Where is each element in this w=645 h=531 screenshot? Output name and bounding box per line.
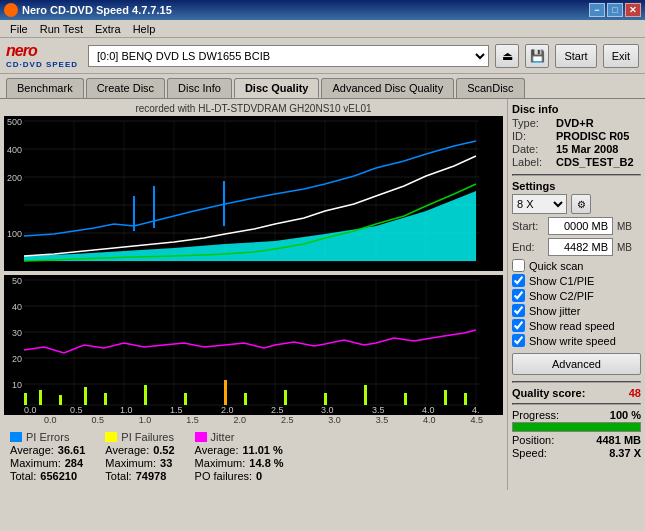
settings-icon-button[interactable]: ⚙ bbox=[571, 194, 591, 214]
tab-benchmark[interactable]: Benchmark bbox=[6, 78, 84, 98]
window-title: Nero CD-DVD Speed 4.7.7.15 bbox=[22, 4, 172, 16]
eject-icon-button[interactable]: ⏏ bbox=[495, 44, 519, 68]
speed-row: Speed: 8.37 X bbox=[512, 447, 641, 459]
tab-disc-info[interactable]: Disc Info bbox=[167, 78, 232, 98]
top-chart-svg: 500 400 200 100 20 16 12 8 4 bbox=[4, 116, 479, 271]
menu-help[interactable]: Help bbox=[127, 22, 162, 36]
show-write-row: Show write speed bbox=[512, 334, 641, 347]
pi-errors-label: PI Errors bbox=[26, 431, 69, 443]
tabs-container: Benchmark Create Disc Disc Info Disc Qua… bbox=[0, 74, 645, 98]
tab-scandisc[interactable]: ScanDisc bbox=[456, 78, 524, 98]
show-read-checkbox[interactable] bbox=[512, 319, 525, 332]
legend-area: PI Errors Average: 36.61 Maximum: 284 To… bbox=[4, 427, 503, 486]
show-c2pif-checkbox[interactable] bbox=[512, 289, 525, 302]
pi-avg-value: 36.61 bbox=[58, 444, 86, 456]
drive-select[interactable]: [0:0] BENQ DVD LS DW1655 BCIB bbox=[88, 45, 489, 67]
svg-rect-57 bbox=[59, 395, 62, 405]
disc-date-label: Date: bbox=[512, 143, 552, 155]
jitter-avg-value: 11.01 % bbox=[242, 444, 282, 456]
svg-text:4.0: 4.0 bbox=[422, 405, 435, 415]
pi-fail-label: PI Failures bbox=[121, 431, 174, 443]
svg-text:1.5: 1.5 bbox=[170, 405, 183, 415]
svg-rect-56 bbox=[39, 390, 42, 405]
position-value: 4481 MB bbox=[596, 434, 641, 446]
app-icon bbox=[4, 3, 18, 17]
pi-failures-legend: PI Failures Average: 0.52 Maximum: 33 To… bbox=[105, 431, 174, 482]
pi-errors-legend: PI Errors Average: 36.61 Maximum: 284 To… bbox=[10, 431, 85, 482]
menu-bar: File Run Test Extra Help bbox=[0, 20, 645, 38]
x-label-2: 2.0 bbox=[234, 415, 247, 425]
show-read-label: Show read speed bbox=[529, 320, 615, 332]
end-input[interactable] bbox=[548, 238, 613, 256]
svg-rect-66 bbox=[364, 385, 367, 405]
disc-date-row: Date: 15 Mar 2008 bbox=[512, 143, 641, 155]
chart-area: recorded with HL-DT-STDVDRAM GH20NS10 vE… bbox=[0, 99, 507, 490]
speed-row: 8 X ⚙ bbox=[512, 194, 641, 214]
pi-max-value: 284 bbox=[65, 457, 83, 469]
svg-rect-69 bbox=[464, 393, 467, 405]
exit-button[interactable]: Exit bbox=[603, 44, 639, 68]
disc-label-value: CDS_TEST_B2 bbox=[556, 156, 634, 168]
x-label-25: 2.5 bbox=[281, 415, 294, 425]
disc-type-row: Type: DVD+R bbox=[512, 117, 641, 129]
tab-create-disc[interactable]: Create Disc bbox=[86, 78, 165, 98]
show-jitter-row: Show jitter bbox=[512, 304, 641, 317]
bottom-chart-svg: 50 40 30 20 10 20 16 12 8 4 bbox=[4, 275, 479, 415]
pi-max-label: Maximum: bbox=[10, 457, 61, 469]
start-button[interactable]: Start bbox=[555, 44, 596, 68]
minimize-button[interactable]: − bbox=[589, 3, 605, 17]
svg-rect-63 bbox=[244, 393, 247, 405]
start-input[interactable] bbox=[548, 217, 613, 235]
quick-scan-checkbox[interactable] bbox=[512, 259, 525, 272]
start-label: Start: bbox=[512, 220, 544, 232]
menu-extra[interactable]: Extra bbox=[89, 22, 127, 36]
jitter-max-label: Maximum: bbox=[195, 457, 246, 469]
progress-bar-container bbox=[512, 422, 641, 432]
svg-rect-65 bbox=[324, 393, 327, 405]
chart-title: recorded with HL-DT-STDVDRAM GH20NS10 vE… bbox=[4, 103, 503, 114]
pif-total-value: 74978 bbox=[136, 470, 167, 482]
menu-file[interactable]: File bbox=[4, 22, 34, 36]
settings-title: Settings bbox=[512, 180, 641, 192]
show-jitter-checkbox[interactable] bbox=[512, 304, 525, 317]
svg-text:500: 500 bbox=[7, 117, 22, 127]
tab-disc-quality[interactable]: Disc Quality bbox=[234, 78, 320, 98]
position-label: Position: bbox=[512, 434, 554, 446]
position-row: Position: 4481 MB bbox=[512, 434, 641, 446]
svg-text:3.5: 3.5 bbox=[372, 405, 385, 415]
show-c1pie-row: Show C1/PIE bbox=[512, 274, 641, 287]
show-c1pie-label: Show C1/PIE bbox=[529, 275, 594, 287]
show-c1pie-checkbox[interactable] bbox=[512, 274, 525, 287]
x-label-45: 4.5 bbox=[470, 415, 483, 425]
progress-row: Progress: 100 % bbox=[512, 409, 641, 421]
toolbar: nero CD·DVD SPEED [0:0] BENQ DVD LS DW16… bbox=[0, 38, 645, 74]
svg-text:400: 400 bbox=[7, 145, 22, 155]
save-icon-button[interactable]: 💾 bbox=[525, 44, 549, 68]
svg-rect-59 bbox=[104, 393, 107, 405]
jitter-avg-label: Average: bbox=[195, 444, 239, 456]
svg-text:30: 30 bbox=[12, 328, 22, 338]
pi-total-label: Total: bbox=[10, 470, 36, 482]
svg-rect-61 bbox=[184, 393, 187, 405]
x-label-3: 3.0 bbox=[328, 415, 341, 425]
speed-select[interactable]: 8 X bbox=[512, 194, 567, 214]
progress-bar-fill bbox=[513, 423, 640, 431]
x-label-1: 1.0 bbox=[139, 415, 152, 425]
tab-advanced-disc-quality[interactable]: Advanced Disc Quality bbox=[321, 78, 454, 98]
pi-failures-color bbox=[105, 432, 117, 442]
menu-run-test[interactable]: Run Test bbox=[34, 22, 89, 36]
show-write-checkbox[interactable] bbox=[512, 334, 525, 347]
maximize-button[interactable]: □ bbox=[607, 3, 623, 17]
x-label-05: 0.5 bbox=[91, 415, 104, 425]
quality-value: 48 bbox=[629, 387, 641, 399]
disc-id-row: ID: PRODISC R05 bbox=[512, 130, 641, 142]
advanced-button[interactable]: Advanced bbox=[512, 353, 641, 375]
close-button[interactable]: ✕ bbox=[625, 3, 641, 17]
svg-text:40: 40 bbox=[12, 302, 22, 312]
disc-label-row: Label: CDS_TEST_B2 bbox=[512, 156, 641, 168]
progress-section: Progress: 100 % Position: 4481 MB Speed:… bbox=[512, 409, 641, 459]
x-label-0: 0.0 bbox=[44, 415, 57, 425]
svg-text:2.0: 2.0 bbox=[221, 405, 234, 415]
title-bar: Nero CD-DVD Speed 4.7.7.15 − □ ✕ bbox=[0, 0, 645, 20]
disc-info-section: Disc info Type: DVD+R ID: PRODISC R05 Da… bbox=[512, 103, 641, 168]
